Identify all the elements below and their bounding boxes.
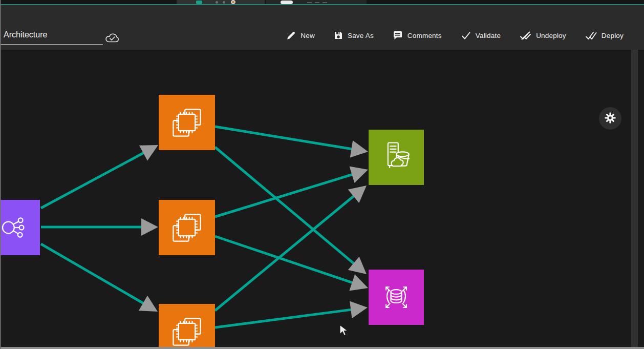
undeploy-button[interactable]: Undeploy bbox=[520, 31, 566, 40]
storage-bucket-icon bbox=[377, 138, 416, 177]
toolbar-actions: New Save As bbox=[286, 26, 624, 45]
comments-button[interactable]: Comments bbox=[393, 31, 442, 40]
validate-label: Validate bbox=[476, 32, 501, 39]
gear-icon bbox=[604, 112, 616, 126]
arrowhead bbox=[350, 299, 369, 318]
tab-dash bbox=[307, 2, 312, 3]
arrowhead bbox=[349, 274, 371, 296]
validate-button[interactable]: Validate bbox=[461, 31, 501, 40]
edge-load-balancer-to-compute-2[interactable] bbox=[41, 218, 158, 236]
load-balancer-icon bbox=[0, 208, 32, 247]
browser-tab[interactable] bbox=[266, 0, 367, 4]
tab-pill bbox=[281, 1, 293, 4]
new-button[interactable]: New bbox=[286, 31, 315, 40]
deploy-button[interactable]: Deploy bbox=[585, 31, 624, 40]
tab-dot bbox=[223, 1, 225, 4]
node-compute-1[interactable] bbox=[159, 95, 215, 150]
node-load-balancer[interactable] bbox=[0, 200, 40, 255]
arrowhead bbox=[349, 161, 371, 183]
check-icon bbox=[461, 31, 471, 40]
new-label: New bbox=[300, 32, 315, 39]
double-check-slash-icon bbox=[520, 31, 531, 40]
editor-toolbar: New Save As bbox=[0, 5, 644, 50]
avatar bbox=[231, 0, 235, 4]
tab-favicon bbox=[196, 1, 202, 4]
edge-compute-2-to-storage[interactable] bbox=[215, 161, 371, 217]
arrowhead bbox=[141, 218, 158, 236]
edge-compute-1-to-storage[interactable] bbox=[215, 127, 370, 160]
edge-compute-1-to-database[interactable] bbox=[215, 147, 372, 281]
tab-dash bbox=[323, 2, 327, 3]
save-as-button[interactable]: Save As bbox=[334, 31, 374, 40]
arrowhead bbox=[350, 140, 370, 160]
double-check-icon bbox=[585, 31, 597, 40]
vertical-scrollbar[interactable] bbox=[631, 50, 638, 347]
edge-load-balancer-to-compute-3[interactable] bbox=[41, 244, 162, 319]
tab-dash bbox=[315, 2, 319, 3]
window-left-edge bbox=[0, 0, 1, 349]
undeploy-label: Undeploy bbox=[536, 32, 566, 39]
cloud-check-icon bbox=[104, 32, 120, 47]
diagram-title-input[interactable] bbox=[0, 28, 103, 45]
browser-tab-strip bbox=[0, 0, 644, 4]
diagram-edges-layer bbox=[0, 50, 631, 347]
app-window: New Save As bbox=[0, 0, 644, 349]
canvas-settings-button[interactable] bbox=[599, 107, 621, 130]
ec2-instance-icon bbox=[167, 103, 206, 142]
edge-compute-3-to-database[interactable] bbox=[215, 299, 369, 327]
comments-label: Comments bbox=[407, 32, 442, 39]
window-bottom-edge bbox=[0, 347, 644, 349]
save-as-label: Save As bbox=[348, 32, 374, 39]
node-storage[interactable] bbox=[369, 130, 424, 185]
pencil-icon bbox=[286, 31, 296, 40]
ec2-instance-icon bbox=[167, 312, 206, 347]
database-scale-icon bbox=[377, 278, 416, 317]
edge-load-balancer-to-compute-1[interactable] bbox=[41, 137, 162, 208]
node-compute-2[interactable] bbox=[159, 200, 215, 255]
floppy-disk-icon bbox=[334, 31, 343, 40]
node-database[interactable] bbox=[369, 270, 424, 325]
ec2-instance-icon bbox=[167, 208, 206, 247]
diagram-canvas[interactable] bbox=[0, 50, 644, 347]
tab-dot bbox=[216, 1, 218, 4]
node-compute-3[interactable] bbox=[159, 304, 215, 347]
deploy-label: Deploy bbox=[602, 32, 624, 39]
comment-bubble-icon bbox=[393, 31, 403, 40]
browser-tab[interactable] bbox=[177, 0, 265, 4]
